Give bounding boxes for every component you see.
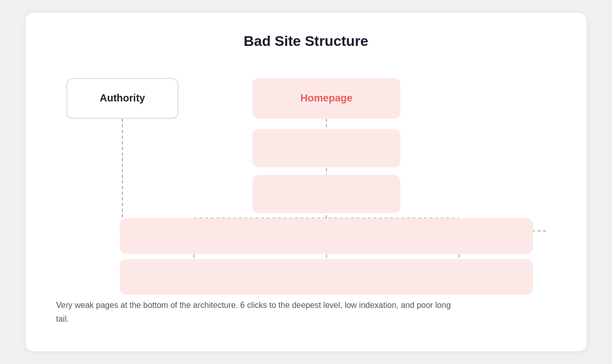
level3-box-left [120, 218, 268, 254]
authority-label: Authority [100, 92, 145, 104]
homepage-box: Homepage [252, 78, 400, 119]
level1-box [252, 129, 400, 167]
level2-box [252, 175, 400, 213]
diagram-area: Authority Homepage [56, 68, 556, 282]
homepage-label: Homepage [300, 92, 352, 104]
level3-box-right [385, 218, 533, 254]
page-title: Bad Site Structure [56, 33, 556, 49]
description-text: Very weak pages at the bottom of the arc… [56, 298, 464, 326]
level3-box-center [252, 218, 400, 254]
main-card: Bad Site Structure Authority [26, 13, 586, 351]
level4-box-right [385, 259, 533, 295]
level4-box-center [252, 259, 400, 295]
level4-box-left [120, 259, 268, 295]
authority-box: Authority [66, 78, 178, 119]
